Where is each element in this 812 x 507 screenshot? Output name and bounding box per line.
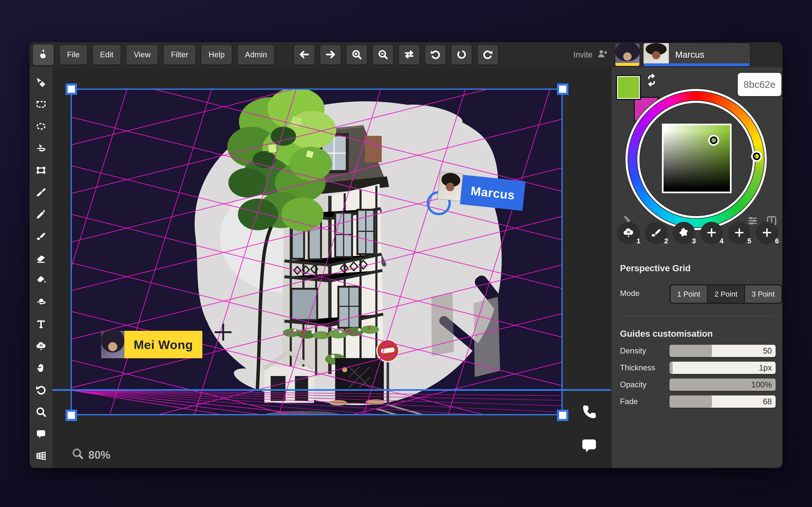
brush-slot-4-empty[interactable]: 4	[700, 222, 723, 244]
menu-file[interactable]: File	[59, 45, 87, 65]
undo-icon	[430, 49, 441, 61]
flame-drop-logo-icon	[38, 49, 49, 61]
tool-transform[interactable]	[32, 160, 50, 182]
paint-bucket-icon	[36, 275, 47, 286]
tool-eyedropper[interactable]	[32, 182, 50, 204]
horizon-guide-line[interactable]	[52, 389, 611, 391]
avatar-photo	[615, 44, 640, 66]
brush-slot-2-brush[interactable]: 2	[645, 222, 667, 244]
thickness-slider[interactable]: 1px	[669, 362, 776, 374]
plus-icon	[706, 227, 717, 239]
active-user-name: Marcus	[675, 50, 704, 60]
menu-view[interactable]: View	[126, 45, 158, 65]
app-logo-button[interactable]	[32, 44, 54, 66]
svg-text:AI: AI	[626, 230, 630, 234]
guides-customisation-heading: Guides customisation	[620, 329, 713, 339]
selection-handle-top-right[interactable]	[557, 83, 568, 95]
tool-comment[interactable]	[32, 424, 50, 445]
tool-hand[interactable]	[32, 357, 50, 379]
sv-picker-handle[interactable]	[710, 136, 717, 144]
undo-button[interactable]	[425, 45, 446, 65]
tool-fill[interactable]	[32, 270, 50, 291]
user-avatar-mei[interactable]	[615, 43, 640, 66]
selection-handle-top-left[interactable]	[65, 83, 77, 95]
move-cursor-icon	[36, 77, 47, 89]
back-button[interactable]	[294, 45, 315, 65]
artboard[interactable]	[72, 90, 561, 414]
eyedropper-icon	[36, 187, 47, 199]
user-color-bar-mei	[615, 63, 640, 66]
brush-slot-5-empty[interactable]: 5	[728, 222, 751, 244]
tool-perspective-grid[interactable]	[32, 445, 50, 467]
chat-button[interactable]	[580, 437, 598, 455]
brush-slot-1-ai[interactable]: AI 1	[617, 222, 640, 244]
call-chat-actions	[580, 403, 598, 455]
mode-3-point-button[interactable]: 3 Point	[745, 285, 781, 303]
tool-text[interactable]	[32, 314, 50, 335]
density-label: Density	[620, 346, 646, 355]
mode-2-point-button[interactable]: 2 Point	[708, 285, 744, 303]
painting-house-illustration	[72, 90, 561, 414]
tool-undo[interactable]	[32, 379, 50, 401]
density-slider[interactable]: 50	[669, 345, 776, 357]
opacity-slider-row: Opacity 100%	[612, 379, 782, 392]
avatar-photo	[437, 172, 463, 201]
tool-pencil[interactable]	[32, 204, 50, 226]
color-sliders-icon[interactable]	[747, 215, 758, 227]
user-color-bar-marcus	[644, 63, 750, 66]
top-menubar: File Edit View Filter Help Admin	[30, 42, 782, 67]
swap-button[interactable]	[399, 45, 420, 65]
forward-button[interactable]	[320, 45, 341, 65]
hue-picker-handle[interactable]	[753, 153, 760, 160]
app-window: File Edit View Filter Help Admin	[30, 42, 782, 468]
tool-eraser[interactable]	[32, 247, 50, 270]
properties-panel: 8bc62e AI 1 2	[611, 67, 782, 468]
tool-lasso[interactable]	[32, 138, 50, 160]
density-slider-row: Density 50	[612, 345, 782, 358]
foreground-color-swatch[interactable]	[616, 75, 641, 100]
tool-ai[interactable]: AI	[32, 335, 50, 357]
thickness-value: 1px	[759, 362, 772, 374]
tool-smudge[interactable]	[32, 291, 50, 314]
swap-colors-icon[interactable]	[645, 73, 658, 88]
plus-icon	[733, 227, 745, 239]
brush-slot-6-empty[interactable]: 6	[756, 222, 778, 244]
star-icon	[678, 227, 690, 239]
hex-color-value[interactable]: 8bc62e	[738, 73, 781, 96]
zoom-level-indicator[interactable]: 80%	[71, 447, 110, 462]
perspective-mode-segmented: 1 Point 2 Point 3 Point	[669, 284, 782, 304]
menu-help[interactable]: Help	[201, 45, 232, 65]
tool-marquee-rect[interactable]	[32, 94, 50, 116]
canvas-workspace[interactable]: Marcus Mei Wong 80%	[52, 67, 611, 468]
zoom-level-value: 80%	[88, 448, 110, 461]
hand-icon	[36, 362, 47, 374]
active-user-tile[interactable]: Marcus	[643, 43, 751, 67]
refresh-button[interactable]	[451, 45, 472, 65]
invite-button[interactable]: Invite	[573, 48, 608, 62]
selection-handle-bottom-left[interactable]	[65, 410, 77, 421]
tool-brush[interactable]	[32, 226, 50, 247]
call-button[interactable]	[580, 403, 598, 422]
tool-zoom[interactable]	[32, 401, 50, 424]
brush-slot-3-star[interactable]: 3	[673, 222, 695, 244]
person-add-icon	[596, 48, 608, 62]
ai-cloud-icon: AI	[36, 341, 47, 352]
menu-edit[interactable]: Edit	[92, 45, 121, 65]
menu-admin[interactable]: Admin	[237, 45, 275, 65]
ai-cloud-icon: AI	[622, 227, 635, 239]
tool-marquee-ellipse[interactable]	[32, 116, 50, 138]
fade-slider[interactable]: 68	[669, 395, 776, 408]
menu-filter[interactable]: Filter	[163, 45, 196, 65]
redo-button[interactable]	[477, 45, 498, 65]
zoom-in-button[interactable]	[346, 45, 367, 65]
zoom-out-button[interactable]	[372, 45, 394, 65]
paintbrush-icon	[650, 227, 662, 239]
mode-1-point-button[interactable]: 1 Point	[670, 285, 707, 303]
opacity-slider[interactable]: 100%	[669, 379, 776, 391]
comment-bubble-icon	[36, 429, 47, 440]
tool-move[interactable]	[32, 72, 50, 94]
pencil-icon	[36, 209, 47, 221]
selection-handle-bottom-right[interactable]	[557, 410, 568, 421]
collaborator-label-mei: Mei Wong	[101, 331, 202, 358]
saturation-value-square[interactable]	[662, 124, 732, 193]
